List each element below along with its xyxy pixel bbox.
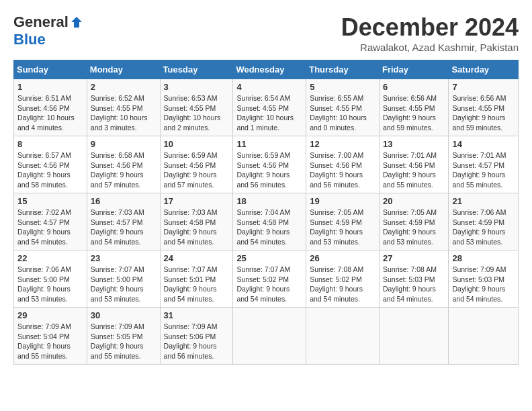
day-info: Sunrise: 6:51 AMSunset: 4:56 PMDaylight:… [17, 93, 83, 133]
calendar-cell: 3Sunrise: 6:53 AMSunset: 4:55 PMDaylight… [160, 79, 233, 136]
day-info: Sunrise: 7:08 AMSunset: 5:03 PMDaylight:… [383, 265, 445, 304]
day-number: 2 [91, 82, 157, 92]
calendar-cell [379, 308, 448, 365]
logo-icon [70, 15, 83, 29]
day-number: 15 [17, 196, 83, 206]
day-info: Sunrise: 7:07 AMSunset: 5:00 PMDaylight:… [91, 265, 157, 304]
calendar-cell: 18Sunrise: 7:04 AMSunset: 4:58 PMDayligh… [233, 193, 306, 250]
day-number: 18 [236, 196, 302, 206]
calendar-cell: 6Sunrise: 6:56 AMSunset: 4:55 PMDaylight… [379, 79, 448, 136]
logo-general: General [13, 13, 69, 31]
calendar-cell: 8Sunrise: 6:57 AMSunset: 4:56 PMDaylight… [14, 136, 87, 193]
page-header: General Blue December 2024 Rawalakot, Az… [13, 13, 519, 53]
day-number: 10 [164, 139, 230, 149]
header-row: SundayMondayTuesdayWednesdayThursdayFrid… [14, 60, 519, 79]
calendar-cell: 5Sunrise: 6:55 AMSunset: 4:55 PMDaylight… [306, 79, 380, 136]
calendar-cell: 22Sunrise: 7:06 AMSunset: 5:00 PMDayligh… [14, 250, 87, 308]
calendar-cell: 14Sunrise: 7:01 AMSunset: 4:57 PMDayligh… [449, 136, 519, 193]
day-number: 20 [383, 196, 445, 206]
calendar-cell [233, 308, 306, 365]
calendar-cell: 29Sunrise: 7:09 AMSunset: 5:04 PMDayligh… [14, 308, 87, 365]
day-number: 13 [383, 139, 445, 149]
day-number: 28 [452, 253, 515, 263]
day-number: 5 [310, 82, 375, 92]
day-number: 19 [310, 196, 375, 206]
calendar-cell: 23Sunrise: 7:07 AMSunset: 5:00 PMDayligh… [87, 250, 160, 308]
day-number: 1 [17, 82, 83, 92]
calendar-week-row: 22Sunrise: 7:06 AMSunset: 5:00 PMDayligh… [14, 250, 519, 308]
day-info: Sunrise: 7:03 AMSunset: 4:58 PMDaylight:… [164, 208, 230, 247]
day-info: Sunrise: 6:54 AMSunset: 4:55 PMDaylight:… [236, 93, 302, 133]
day-number: 23 [91, 253, 157, 263]
calendar-cell: 25Sunrise: 7:07 AMSunset: 5:02 PMDayligh… [233, 250, 306, 308]
calendar-cell: 20Sunrise: 7:05 AMSunset: 4:59 PMDayligh… [379, 193, 448, 250]
weekday-header: Saturday [449, 60, 519, 79]
day-info: Sunrise: 7:02 AMSunset: 4:57 PMDaylight:… [17, 208, 83, 247]
day-info: Sunrise: 6:52 AMSunset: 4:55 PMDaylight:… [91, 93, 157, 133]
logo: General Blue [13, 13, 83, 48]
day-number: 21 [452, 196, 515, 206]
calendar-cell [449, 308, 519, 365]
day-info: Sunrise: 6:59 AMSunset: 4:56 PMDaylight:… [236, 150, 302, 190]
calendar-week-row: 29Sunrise: 7:09 AMSunset: 5:04 PMDayligh… [14, 308, 519, 365]
calendar-week-row: 1Sunrise: 6:51 AMSunset: 4:56 PMDaylight… [14, 79, 519, 136]
day-info: Sunrise: 6:55 AMSunset: 4:55 PMDaylight:… [310, 93, 375, 133]
calendar-week-row: 15Sunrise: 7:02 AMSunset: 4:57 PMDayligh… [14, 193, 519, 250]
day-info: Sunrise: 7:09 AMSunset: 5:03 PMDaylight:… [452, 265, 515, 304]
calendar-cell: 19Sunrise: 7:05 AMSunset: 4:59 PMDayligh… [306, 193, 380, 250]
calendar-cell: 13Sunrise: 7:01 AMSunset: 4:56 PMDayligh… [379, 136, 448, 193]
calendar-cell: 27Sunrise: 7:08 AMSunset: 5:03 PMDayligh… [379, 250, 448, 308]
logo-blue: Blue [13, 31, 46, 48]
weekday-header: Thursday [306, 60, 380, 79]
day-number: 14 [452, 139, 515, 149]
calendar-table: SundayMondayTuesdayWednesdayThursdayFrid… [13, 60, 519, 365]
day-info: Sunrise: 7:03 AMSunset: 4:57 PMDaylight:… [91, 208, 157, 247]
day-info: Sunrise: 7:06 AMSunset: 5:00 PMDaylight:… [17, 265, 83, 304]
day-info: Sunrise: 7:09 AMSunset: 5:05 PMDaylight:… [91, 322, 157, 361]
weekday-header: Sunday [14, 60, 87, 79]
day-number: 22 [17, 253, 83, 263]
month-title: December 2024 [341, 13, 519, 42]
day-info: Sunrise: 6:56 AMSunset: 4:55 PMDaylight:… [383, 93, 445, 133]
calendar-cell: 10Sunrise: 6:59 AMSunset: 4:56 PMDayligh… [160, 136, 233, 193]
day-info: Sunrise: 7:05 AMSunset: 4:59 PMDaylight:… [310, 208, 375, 247]
calendar-cell [306, 308, 380, 365]
day-info: Sunrise: 7:07 AMSunset: 5:01 PMDaylight:… [164, 265, 230, 304]
calendar-cell: 1Sunrise: 6:51 AMSunset: 4:56 PMDaylight… [14, 79, 87, 136]
calendar-cell: 15Sunrise: 7:02 AMSunset: 4:57 PMDayligh… [14, 193, 87, 250]
calendar-cell: 28Sunrise: 7:09 AMSunset: 5:03 PMDayligh… [449, 250, 519, 308]
location: Rawalakot, Azad Kashmir, Pakistan [341, 42, 519, 53]
day-info: Sunrise: 7:04 AMSunset: 4:58 PMDaylight:… [236, 208, 302, 247]
day-info: Sunrise: 7:01 AMSunset: 4:56 PMDaylight:… [383, 150, 445, 190]
day-number: 26 [310, 253, 375, 263]
day-info: Sunrise: 7:08 AMSunset: 5:02 PMDaylight:… [310, 265, 375, 304]
calendar-cell: 16Sunrise: 7:03 AMSunset: 4:57 PMDayligh… [87, 193, 160, 250]
day-number: 12 [310, 139, 375, 149]
day-number: 30 [91, 310, 157, 320]
calendar-cell: 4Sunrise: 6:54 AMSunset: 4:55 PMDaylight… [233, 79, 306, 136]
day-number: 24 [164, 253, 230, 263]
day-info: Sunrise: 7:00 AMSunset: 4:56 PMDaylight:… [310, 150, 375, 190]
calendar-cell: 2Sunrise: 6:52 AMSunset: 4:55 PMDaylight… [87, 79, 160, 136]
day-number: 9 [91, 139, 157, 149]
day-number: 17 [164, 196, 230, 206]
day-number: 6 [383, 82, 445, 92]
day-info: Sunrise: 7:09 AMSunset: 5:04 PMDaylight:… [17, 322, 83, 361]
svg-marker-0 [71, 17, 82, 28]
day-number: 7 [452, 82, 515, 92]
weekday-header: Tuesday [160, 60, 233, 79]
day-info: Sunrise: 7:05 AMSunset: 4:59 PMDaylight:… [383, 208, 445, 247]
day-info: Sunrise: 7:01 AMSunset: 4:57 PMDaylight:… [452, 150, 515, 190]
calendar-cell: 11Sunrise: 6:59 AMSunset: 4:56 PMDayligh… [233, 136, 306, 193]
day-number: 3 [164, 82, 230, 92]
day-number: 4 [236, 82, 302, 92]
day-number: 8 [17, 139, 83, 149]
weekday-header: Monday [87, 60, 160, 79]
day-number: 11 [236, 139, 302, 149]
calendar-week-row: 8Sunrise: 6:57 AMSunset: 4:56 PMDaylight… [14, 136, 519, 193]
calendar-cell: 9Sunrise: 6:58 AMSunset: 4:56 PMDaylight… [87, 136, 160, 193]
day-info: Sunrise: 7:09 AMSunset: 5:06 PMDaylight:… [164, 322, 230, 361]
day-info: Sunrise: 6:58 AMSunset: 4:56 PMDaylight:… [91, 150, 157, 190]
day-number: 25 [236, 253, 302, 263]
day-number: 16 [91, 196, 157, 206]
